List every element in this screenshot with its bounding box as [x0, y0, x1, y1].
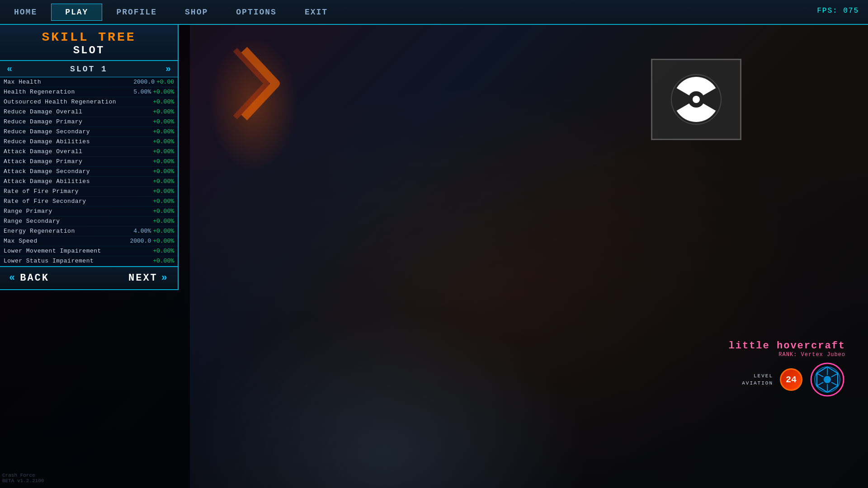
player-rank: RANK: Vertex Jubeo: [729, 352, 845, 358]
stat-row: Reduce Damage Primary+0.00%: [0, 117, 178, 127]
stat-name: Attack Damage Secondary: [4, 168, 90, 175]
stat-values: +0.00%: [153, 118, 174, 125]
stat-base-value: 5.00%: [133, 89, 151, 95]
stat-name: Range Secondary: [4, 218, 60, 225]
stat-bonus-value: +0.00%: [153, 258, 174, 264]
stat-row: Attack Damage Secondary+0.00%: [0, 167, 178, 177]
stat-values: +0.00%: [153, 128, 174, 135]
stat-name: Reduce Damage Primary: [4, 118, 82, 125]
stat-name: Reduce Damage Overall: [4, 108, 82, 115]
nav-exit[interactable]: EXIT: [291, 4, 342, 21]
player-name: little hovercraft: [729, 340, 845, 352]
stat-row: Max Health2000.0+0.00: [0, 77, 178, 87]
stat-bonus-value: +0.00%: [153, 128, 174, 135]
stat-bonus-value: +0.00%: [153, 198, 174, 205]
stat-values: +0.00%: [153, 108, 174, 115]
stat-row: Attack Damage Abilities+0.00%: [0, 177, 178, 187]
stat-row: Range Secondary+0.00%: [0, 216, 178, 226]
bg-orange-glow: [208, 36, 298, 172]
stat-bonus-value: +0.00%: [153, 218, 174, 225]
stat-row: Health Regeneration5.00%+0.00%: [0, 87, 178, 97]
slot-nav-right[interactable]: »: [165, 64, 171, 74]
stat-row: Lower Movement Impairement+0.00%: [0, 246, 178, 256]
nav-shop[interactable]: SHOP: [171, 4, 222, 21]
back-label: BACK: [20, 272, 49, 284]
stat-bonus-value: +0.00%: [153, 108, 174, 115]
next-button[interactable]: NEXT »: [128, 272, 169, 284]
stat-name: Max Speed: [4, 238, 38, 244]
svg-point-3: [693, 96, 700, 103]
stat-values: +0.00%: [153, 248, 174, 254]
stat-bonus-value: +0.00: [156, 79, 174, 85]
stat-row: Reduce Damage Abilities+0.00%: [0, 137, 178, 147]
stat-name: Rate of Fire Primary: [4, 188, 79, 195]
bottom-nav: « BACK NEXT »: [0, 266, 178, 289]
back-button[interactable]: « BACK: [9, 272, 49, 284]
rank-value: Vertex Jubeo: [801, 352, 845, 358]
stat-row: Range Primary+0.00%: [0, 206, 178, 216]
stat-values: 4.00%+0.00%: [133, 228, 174, 235]
stat-bonus-value: +0.00%: [153, 188, 174, 195]
stat-row: Lower Status Impairement+0.00%: [0, 256, 178, 266]
nav-play[interactable]: PLAY: [51, 4, 102, 21]
stat-values: +0.00%: [153, 198, 174, 205]
stat-values: +0.00%: [153, 99, 174, 105]
stat-values: +0.00%: [153, 208, 174, 215]
stat-base-value: 2000.0: [133, 79, 155, 85]
rank-label: RANK:: [778, 352, 797, 358]
stat-name: Lower Status Impairement: [4, 258, 94, 264]
top-nav: HOME PLAY PROFILE SHOP OPTIONS EXIT FPS:…: [0, 0, 868, 25]
stat-values: +0.00%: [153, 188, 174, 195]
stat-row: Rate of Fire Secondary+0.00%: [0, 197, 178, 206]
stat-row: Reduce Damage Overall+0.00%: [0, 107, 178, 117]
player-details: LEVEL AVIATION 24: [729, 361, 845, 398]
stat-values: +0.00%: [153, 218, 174, 225]
stat-bonus-value: +0.00%: [153, 168, 174, 175]
stat-row: Attack Damage Overall+0.00%: [0, 147, 178, 157]
stat-bonus-value: +0.00%: [153, 208, 174, 215]
slot-nav-left[interactable]: «: [7, 64, 12, 74]
stat-bonus-value: +0.00%: [153, 228, 174, 235]
slot-number: SLOT 1: [70, 65, 108, 74]
bg-radiation-billboard: [651, 59, 741, 140]
stat-row: Energy Regeneration4.00%+0.00%: [0, 226, 178, 236]
stat-values: 5.00%+0.00%: [133, 89, 174, 95]
stat-bonus-value: +0.00%: [153, 138, 174, 145]
skill-tree-title: SKILL TREE: [5, 30, 173, 44]
stat-row: Outsourced Health Regeneration+0.00%: [0, 97, 178, 107]
stat-row: Attack Damage Primary+0.00%: [0, 157, 178, 167]
stats-list: Max Health2000.0+0.00Health Regeneration…: [0, 77, 178, 266]
fps-counter: FPS: 075: [817, 7, 859, 15]
bg-platform: [181, 307, 588, 488]
stat-name: Energy Regeneration: [4, 228, 75, 235]
slot-nav: « SLOT 1 »: [0, 61, 178, 77]
back-arrow-icon: «: [9, 272, 16, 284]
stat-values: +0.00%: [153, 168, 174, 175]
panel-header: SKILL TREE SLOT: [0, 25, 178, 61]
slot-title: SLOT: [5, 44, 173, 56]
stat-name: Attack Damage Primary: [4, 158, 82, 165]
stat-bonus-value: +0.00%: [153, 238, 174, 244]
class-label: AVIATION: [742, 380, 773, 386]
skill-tree-panel: SKILL TREE SLOT « SLOT 1 » Max Health200…: [0, 25, 179, 290]
nav-profile[interactable]: PROFILE: [102, 4, 171, 21]
stat-name: Reduce Damage Secondary: [4, 128, 90, 135]
player-info: little hovercraft RANK: Vertex Jubeo LEV…: [729, 340, 845, 398]
stat-name: Max Health: [4, 79, 41, 85]
nav-options[interactable]: OPTIONS: [222, 4, 291, 21]
stat-bonus-value: +0.00%: [153, 118, 174, 125]
stat-values: +0.00%: [153, 138, 174, 145]
next-arrow-icon: »: [161, 272, 169, 284]
stat-name: Attack Damage Abilities: [4, 178, 90, 185]
level-badge: 24: [780, 368, 802, 391]
level-label: LEVEL: [754, 373, 773, 379]
stat-name: Lower Movement Impairement: [4, 248, 101, 254]
nav-home[interactable]: HOME: [0, 4, 51, 21]
stat-bonus-value: +0.00%: [153, 178, 174, 185]
radiation-icon: [669, 72, 723, 127]
version-info: Crash Force BETA v1.2.2100: [2, 473, 44, 483]
stat-name: Outsourced Health Regeneration: [4, 99, 116, 105]
stat-values: 2000.0+0.00: [133, 79, 174, 85]
stat-name: Rate of Fire Secondary: [4, 198, 86, 205]
stat-bonus-value: +0.00%: [153, 148, 174, 155]
